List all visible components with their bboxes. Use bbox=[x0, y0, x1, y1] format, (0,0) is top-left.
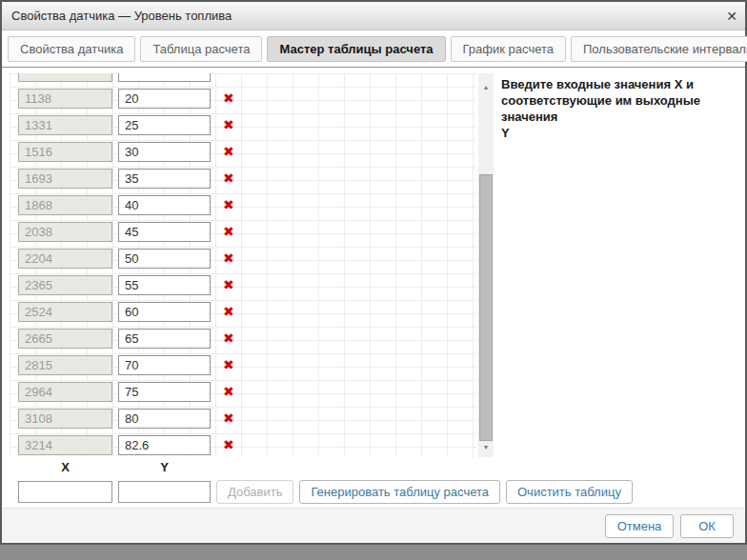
scroll-down-icon[interactable]: ▼ bbox=[478, 440, 494, 455]
x-value-input bbox=[18, 435, 112, 455]
x-value-input bbox=[18, 195, 112, 215]
table-row: ✖ bbox=[10, 355, 476, 382]
y-value-input[interactable] bbox=[118, 169, 211, 189]
delete-row-icon[interactable]: ✖ bbox=[223, 170, 234, 187]
dialog-titlebar: Свойства датчика — Уровень топлива ✕ bbox=[2, 2, 745, 30]
delete-row-icon[interactable]: ✖ bbox=[223, 330, 234, 347]
y-value-input[interactable] bbox=[118, 115, 211, 135]
tab-calculation-table[interactable]: Таблица расчета bbox=[140, 36, 262, 62]
new-y-input[interactable] bbox=[118, 481, 211, 503]
wizard-content: ✖ ✖ ✖ bbox=[2, 68, 745, 515]
tab-calculation-table-wizard[interactable]: Мастер таблицы расчета bbox=[267, 36, 445, 62]
sensor-properties-dialog: Свойства датчика — Уровень топлива ✕ Сво… bbox=[0, 0, 747, 545]
y-column-label: Y bbox=[118, 460, 211, 474]
y-value-input[interactable] bbox=[118, 275, 211, 295]
x-column-label: X bbox=[18, 460, 112, 474]
delete-row-icon[interactable]: ✖ bbox=[223, 356, 234, 373]
table-viewport: ✖ ✖ ✖ bbox=[10, 73, 476, 457]
x-value-input bbox=[18, 302, 112, 322]
tab-bar: Свойства датчика Таблица расчета Мастер … bbox=[2, 30, 745, 68]
y-value-input[interactable] bbox=[118, 355, 211, 375]
table-row: ✖ bbox=[10, 222, 476, 249]
y-value-input[interactable] bbox=[118, 222, 211, 242]
y-value-input[interactable] bbox=[118, 329, 211, 349]
y-value-input[interactable] bbox=[118, 382, 211, 402]
delete-row-icon[interactable]: ✖ bbox=[223, 410, 234, 427]
table-row: ✖ bbox=[10, 169, 476, 195]
scrollbar-thumb[interactable] bbox=[479, 174, 493, 441]
delete-row-icon[interactable]: ✖ bbox=[223, 276, 234, 293]
table-row-partial bbox=[10, 73, 476, 89]
x-value-input bbox=[18, 169, 112, 189]
cancel-button[interactable]: Отмена bbox=[605, 514, 674, 538]
x-value-input bbox=[18, 115, 112, 135]
table-row: ✖ bbox=[10, 409, 476, 435]
table-row: ✖ bbox=[10, 249, 476, 275]
delete-row-icon[interactable]: ✖ bbox=[223, 196, 234, 213]
y-value-input[interactable] bbox=[118, 73, 211, 82]
y-value-input[interactable] bbox=[118, 435, 211, 455]
new-x-input[interactable] bbox=[18, 481, 112, 503]
delete-row-icon[interactable]: ✖ bbox=[223, 250, 234, 267]
tab-calculation-chart[interactable]: График расчета bbox=[451, 36, 566, 62]
y-value-input[interactable] bbox=[118, 409, 211, 429]
table-row: ✖ bbox=[10, 329, 476, 355]
x-value-input bbox=[18, 409, 112, 429]
table-row: ✖ bbox=[10, 302, 476, 329]
y-value-input[interactable] bbox=[118, 302, 211, 322]
x-value-input bbox=[18, 249, 112, 269]
ok-button[interactable]: ОК bbox=[680, 514, 734, 538]
table-row: ✖ bbox=[10, 382, 476, 409]
tab-sensor-properties[interactable]: Свойства датчика bbox=[8, 36, 135, 62]
table-row: ✖ bbox=[10, 89, 476, 115]
table-row: ✖ bbox=[10, 115, 476, 142]
table-rows: ✖ ✖ ✖ bbox=[10, 73, 476, 457]
delete-row-icon[interactable]: ✖ bbox=[223, 383, 234, 400]
x-value-input bbox=[18, 142, 112, 162]
y-value-input[interactable] bbox=[118, 249, 211, 269]
y-value-input[interactable] bbox=[118, 89, 211, 109]
add-button: Добавить bbox=[216, 480, 293, 504]
delete-row-icon[interactable]: ✖ bbox=[223, 90, 234, 107]
table-row: ✖ bbox=[10, 142, 476, 169]
x-value-input bbox=[18, 275, 112, 295]
help-text: Введите входные значения X и соответству… bbox=[501, 76, 743, 141]
scroll-up-icon[interactable]: ▲ bbox=[478, 80, 494, 95]
x-value-input bbox=[18, 382, 112, 402]
entry-labels: X Y bbox=[10, 460, 211, 474]
table-row: ✖ bbox=[10, 435, 476, 457]
entry-controls: Добавить Генерировать таблицу расчета Оч… bbox=[10, 480, 633, 504]
delete-row-icon[interactable]: ✖ bbox=[223, 303, 234, 320]
x-value-input bbox=[18, 89, 112, 109]
close-icon[interactable]: ✕ bbox=[718, 2, 745, 30]
delete-row-icon[interactable]: ✖ bbox=[223, 116, 234, 133]
tab-custom-intervals[interactable]: Пользовательские интервалы bbox=[571, 36, 747, 62]
y-value-input[interactable] bbox=[118, 195, 211, 215]
x-value-input bbox=[18, 355, 112, 375]
table-row: ✖ bbox=[10, 195, 476, 222]
delete-row-icon[interactable]: ✖ bbox=[223, 223, 234, 240]
clear-table-button[interactable]: Очистить таблицу bbox=[506, 480, 633, 504]
x-value-input bbox=[18, 329, 112, 349]
table-row: ✖ bbox=[10, 275, 476, 302]
dialog-footer: Отмена ОК bbox=[2, 508, 745, 543]
delete-row-icon[interactable]: ✖ bbox=[223, 143, 234, 160]
generate-table-button[interactable]: Генерировать таблицу расчета bbox=[299, 480, 500, 504]
x-value-input bbox=[18, 73, 112, 82]
x-value-input bbox=[18, 222, 112, 242]
vertical-scrollbar[interactable]: ▲ ▼ bbox=[478, 73, 494, 457]
dialog-title: Свойства датчика — Уровень топлива bbox=[2, 9, 718, 23]
delete-row-icon[interactable]: ✖ bbox=[223, 436, 234, 453]
y-value-input[interactable] bbox=[118, 142, 211, 162]
